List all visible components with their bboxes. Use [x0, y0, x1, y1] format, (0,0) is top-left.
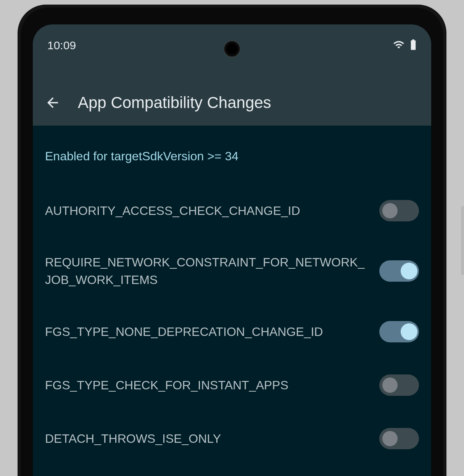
- status-icons: [393, 39, 417, 52]
- toggle-thumb: [382, 203, 398, 218]
- device-side-button: [461, 206, 464, 275]
- toggle-switch[interactable]: [379, 260, 419, 282]
- toggle-switch[interactable]: [379, 321, 419, 342]
- status-bar: 10:09: [33, 24, 431, 80]
- toggle-row-detach-throws[interactable]: DETACH_THROWS_ISE_ONLY: [45, 412, 419, 465]
- wifi-icon: [393, 39, 404, 52]
- toggle-switch[interactable]: [379, 200, 419, 221]
- camera-inner: [227, 44, 237, 54]
- toggle-thumb: [382, 431, 398, 446]
- section-header: Enabled for targetSdkVersion >= 34: [45, 149, 419, 163]
- app-bar: App Compatibility Changes: [33, 80, 431, 126]
- toggle-thumb: [382, 378, 398, 393]
- battery-icon: [410, 39, 417, 52]
- content-area: Enabled for targetSdkVersion >= 34 AUTHO…: [33, 126, 431, 465]
- status-time: 10:09: [47, 39, 76, 52]
- toggle-row-fgs-type-none[interactable]: FGS_TYPE_NONE_DEPRECATION_CHANGE_ID: [45, 305, 419, 358]
- device-frame-inner: 10:09 App Compatibility Changes Enabled …: [21, 8, 443, 476]
- camera-hole: [224, 40, 240, 57]
- back-button[interactable]: [44, 94, 62, 112]
- toggle-label: DETACH_THROWS_ISE_ONLY: [45, 430, 370, 447]
- toggle-label: REQUIRE_NETWORK_CONSTRAINT_FOR_NETWORK_J…: [45, 253, 370, 289]
- toggle-label: FGS_TYPE_NONE_DEPRECATION_CHANGE_ID: [45, 323, 370, 340]
- toggle-label: FGS_TYPE_CHECK_FOR_INSTANT_APPS: [45, 376, 370, 394]
- toggle-switch[interactable]: [379, 428, 419, 449]
- toggle-row-require-network[interactable]: REQUIRE_NETWORK_CONSTRAINT_FOR_NETWORK_J…: [45, 237, 419, 305]
- toggle-switch[interactable]: [379, 374, 419, 396]
- device-notch: [144, 8, 320, 16]
- toggle-row-fgs-type-check[interactable]: FGS_TYPE_CHECK_FOR_INSTANT_APPS: [45, 358, 419, 412]
- toggle-label: AUTHORITY_ACCESS_CHECK_CHANGE_ID: [45, 202, 370, 219]
- toggle-row-authority-access[interactable]: AUTHORITY_ACCESS_CHECK_CHANGE_ID: [45, 184, 419, 237]
- back-arrow-icon: [45, 95, 61, 111]
- page-title: App Compatibility Changes: [78, 94, 271, 112]
- screen: 10:09 App Compatibility Changes Enabled …: [33, 24, 431, 476]
- toggle-thumb: [401, 263, 417, 279]
- toggle-thumb: [401, 323, 417, 340]
